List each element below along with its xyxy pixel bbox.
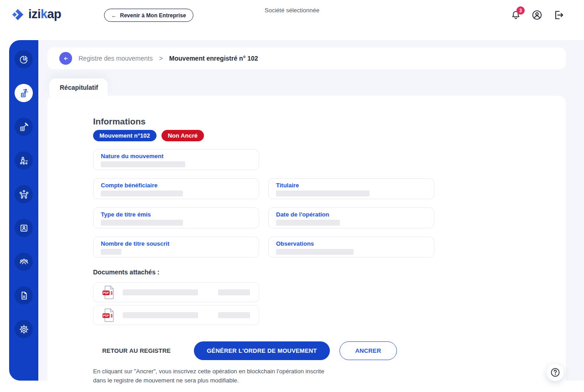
settings-icon xyxy=(19,324,29,335)
logout-icon[interactable] xyxy=(552,9,565,21)
breadcrumb-back-button[interactable] xyxy=(59,52,72,65)
user-account-icon[interactable] xyxy=(531,9,543,21)
movement-number-badge: Mouvement n°102 xyxy=(93,130,156,141)
breadcrumb: Registre des mouvements > Mouvement enre… xyxy=(47,47,566,69)
sidebar-item-dashboard[interactable] xyxy=(15,50,33,68)
redacted-value xyxy=(276,220,340,226)
svg-text:PDF: PDF xyxy=(103,314,109,317)
redacted-value xyxy=(101,249,121,255)
sidebar-item-movements-register[interactable] xyxy=(15,84,33,102)
anchor-button[interactable]: ANCRER xyxy=(339,341,397,360)
redacted-document-meta xyxy=(218,289,250,295)
return-to-register-button[interactable]: RETOUR AU REGISTRE xyxy=(102,347,171,354)
attached-document-row[interactable]: PDF xyxy=(93,305,259,325)
help-button[interactable] xyxy=(547,364,564,381)
redacted-value xyxy=(101,220,183,226)
notifications-bell-icon[interactable]: 3 xyxy=(509,9,522,21)
breadcrumb-separator: > xyxy=(159,55,163,62)
contact-card-icon xyxy=(19,223,29,233)
field-observations: Observations xyxy=(268,237,434,258)
field-nombre-de-titre-souscrit: Nombre de titre souscrit xyxy=(93,237,259,258)
board-meeting-icon xyxy=(19,189,29,200)
field-compte-beneficiaire: Compte bénéficiaire xyxy=(93,178,259,199)
movements-register-icon xyxy=(19,88,29,98)
page-title: Informations xyxy=(93,117,434,127)
selected-company-label: Société sélectionnée xyxy=(0,7,584,14)
documents-section-title: Documents attachés : xyxy=(93,268,434,276)
top-header: izikap ← Revenir à Mon Entreprise Sociét… xyxy=(0,0,584,40)
field-nature-du-mouvement: Nature du mouvement xyxy=(93,149,259,170)
pdf-file-icon: PDF xyxy=(102,285,115,299)
redacted-document-name xyxy=(123,312,198,318)
pie-chart-icon xyxy=(19,54,29,65)
sidebar-item-assemblies[interactable] xyxy=(15,151,33,170)
sidebar-item-documents[interactable] xyxy=(15,286,33,304)
generate-movement-order-button[interactable]: GÉNÉRER L'ORDRE DE MOUVEMENT xyxy=(194,341,329,360)
tab-recapitulatif[interactable]: Récapitulatif xyxy=(49,78,108,97)
redacted-document-meta xyxy=(218,312,250,318)
content-card: Informations Mouvement n°102 Non Ancré N… xyxy=(47,96,566,392)
sidebar-item-team[interactable] xyxy=(15,253,33,271)
document-icon xyxy=(19,290,29,301)
assembly-icon xyxy=(19,155,29,166)
redacted-document-name xyxy=(123,289,198,295)
field-type-de-titre-emis: Type de titre émis xyxy=(93,207,259,228)
sidebar-item-settings[interactable] xyxy=(15,320,33,338)
anchor-status-badge: Non Ancré xyxy=(162,130,204,141)
redacted-value xyxy=(101,161,185,167)
pdf-file-icon: PDF xyxy=(102,308,115,322)
breadcrumb-current: Mouvement enregistré n° 102 xyxy=(169,55,258,62)
sidebar-item-board-meeting[interactable] xyxy=(15,185,33,203)
sidebar-item-contacts[interactable] xyxy=(15,219,33,237)
redacted-value xyxy=(101,191,183,196)
anchor-disclaimer-text: En cliquant sur "Ancrer", vous inscrivez… xyxy=(93,367,335,385)
sidebar-nav xyxy=(9,40,38,381)
field-titulaire: Titulaire xyxy=(268,178,434,199)
svg-text:PDF: PDF xyxy=(103,291,109,294)
legal-acts-icon xyxy=(19,122,29,132)
redacted-value xyxy=(276,249,354,255)
sidebar-item-legal-acts[interactable] xyxy=(15,118,33,136)
notification-count-badge: 3 xyxy=(516,6,525,15)
fields-grid: Nature du mouvement Compte bénéficiaire … xyxy=(93,149,434,258)
redacted-value xyxy=(276,191,370,196)
field-date-operation: Date de l'opération xyxy=(268,207,434,228)
attached-document-row[interactable]: PDF xyxy=(93,282,259,302)
breadcrumb-previous[interactable]: Registre des mouvements xyxy=(78,55,153,62)
team-icon xyxy=(19,257,29,267)
